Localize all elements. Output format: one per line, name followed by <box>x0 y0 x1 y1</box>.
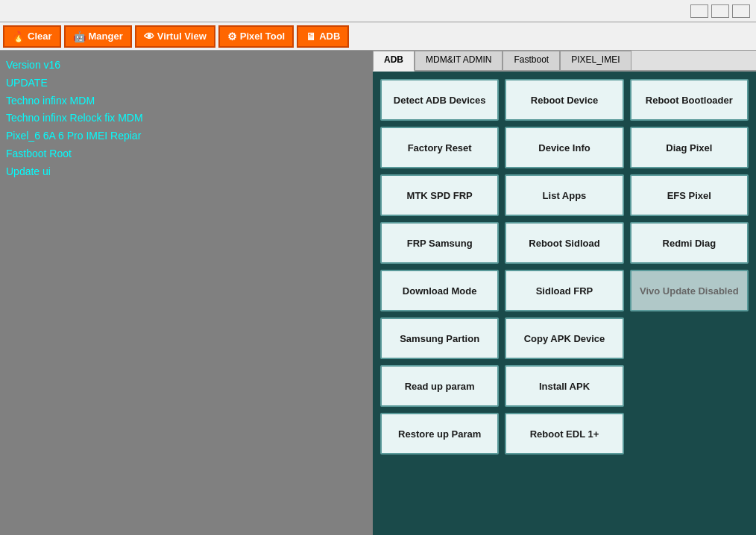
clear-toolbar-button[interactable]: 🔥Clear <box>3 25 61 48</box>
factory-reset-button[interactable]: Factory Reset <box>380 127 499 168</box>
diag-pixel-button[interactable]: Diag Pixel <box>630 127 749 168</box>
pixel-tool-icon: ⚙ <box>227 31 237 42</box>
samsung-partion-button[interactable]: Samsung Partion <box>380 317 499 359</box>
install-apk-button[interactable]: Install APK <box>505 365 623 407</box>
log-line-2: Techno infinx MDM <box>6 92 367 110</box>
log-line-4: Pixel_6 6A 6 Pro IMEI Repiar <box>6 127 367 145</box>
tab-bar: ADBMDM&IT ADMINFastbootPIXEL_IMEI <box>373 51 756 72</box>
reboot-sideload-button[interactable]: Reboot Sidload <box>505 222 623 264</box>
download-mode-button[interactable]: Download Mode <box>380 270 499 311</box>
maximize-button[interactable] <box>711 4 729 18</box>
tab-adb[interactable]: ADB <box>373 51 415 72</box>
frp-samsung-button[interactable]: FRP Samsung <box>380 222 499 264</box>
sideload-frp-button[interactable]: Sidload FRP <box>505 270 623 311</box>
window-controls <box>690 4 750 18</box>
detect-adb-button[interactable]: Detect ADB Devices <box>380 79 499 121</box>
close-button[interactable] <box>732 4 750 18</box>
left-panel: Version v16UPDATETechno infinx MDMTechno… <box>0 51 373 535</box>
redmi-diag-button[interactable]: Redmi Diag <box>630 222 749 264</box>
adb-toolbar-button[interactable]: 🖥ADB <box>297 25 349 48</box>
reboot-bootloader-button[interactable]: Reboot Bootloader <box>630 79 749 121</box>
title-bar <box>0 0 756 22</box>
copy-apk-device-button[interactable]: Copy APK Device <box>505 317 623 359</box>
tab-mdm-it-admin[interactable]: MDM&IT ADMIN <box>415 51 503 70</box>
log-line-5: Fastboot Root <box>6 145 367 163</box>
restore-up-param-button[interactable]: Restore up Param <box>380 413 499 455</box>
clear-icon: 🔥 <box>12 31 25 42</box>
list-apps-button[interactable]: List Apps <box>505 174 623 216</box>
button-grid: Detect ADB DevicesReboot DeviceReboot Bo… <box>373 72 756 535</box>
manger-icon: 🤖 <box>73 31 86 42</box>
mtk-spd-frp-button[interactable]: MTK SPD FRP <box>380 174 499 216</box>
tab-pixel-imei[interactable]: PIXEL_IMEI <box>560 51 631 70</box>
right-panel: ADBMDM&IT ADMINFastbootPIXEL_IMEI Detect… <box>373 51 756 535</box>
main-content: Version v16UPDATETechno infinx MDMTechno… <box>0 51 756 535</box>
pixel-tool-toolbar-button[interactable]: ⚙Pixel Tool <box>218 25 294 48</box>
virtual-view-icon: 👁 <box>144 31 154 42</box>
read-up-param-button[interactable]: Read up param <box>380 365 499 407</box>
toolbar: 🔥Clear🤖Manger👁Virtul View⚙Pixel Tool🖥ADB <box>0 22 756 51</box>
manger-toolbar-button[interactable]: 🤖Manger <box>64 25 132 48</box>
virtual-view-toolbar-button[interactable]: 👁Virtul View <box>135 25 215 48</box>
vivo-update-button: Vivo Update Disabled <box>630 270 749 311</box>
minimize-button[interactable] <box>690 4 708 18</box>
efs-pixel-button[interactable]: EFS Pixel <box>630 174 749 216</box>
log-line-1: UPDATE <box>6 75 367 92</box>
adb-icon: 🖥 <box>306 31 316 42</box>
device-info-button[interactable]: Device Info <box>505 127 623 168</box>
log-line-6: Update ui <box>6 163 367 181</box>
log-line-3: Techno infinx Relock fix MDM <box>6 110 367 127</box>
reboot-device-button[interactable]: Reboot Device <box>505 79 623 121</box>
tab-fastboot[interactable]: Fastboot <box>503 51 560 70</box>
reboot-edl-button[interactable]: Reboot EDL 1+ <box>505 413 623 455</box>
log-line-0: Version v16 <box>6 57 367 75</box>
